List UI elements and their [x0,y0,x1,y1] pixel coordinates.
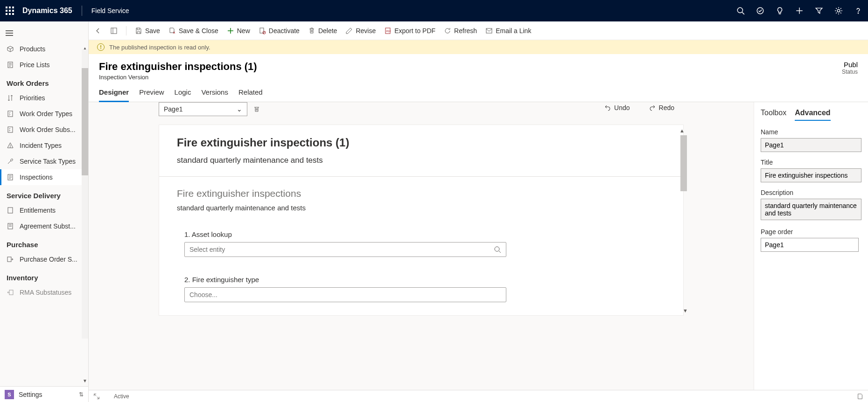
card-description: standard quarterly maintenance and tests [177,156,665,165]
updown-icon[interactable]: ⇅ [79,391,84,398]
tab-preview[interactable]: Preview [139,88,164,102]
sidebar-item-wo-types[interactable]: Work Order Types [0,106,88,122]
plus-icon[interactable] [795,7,804,15]
hamburger-icon[interactable] [0,21,88,41]
topbar-actions [736,7,862,15]
svg-rect-30 [260,28,264,33]
doc-icon [7,61,14,69]
extinguisher-type-input[interactable] [184,287,506,302]
scroll-down-caret[interactable]: ▼ [683,308,688,313]
sidebar-item-purchase-order[interactable]: Purchase Order S... [0,251,88,267]
nav-group-service-delivery: Service Delivery [0,185,88,202]
save-status-icon[interactable] [857,393,863,400]
tab-toolbox[interactable]: Toolbox [761,109,786,121]
search-icon[interactable] [736,7,745,15]
tab-advanced[interactable]: Advanced [795,109,830,121]
status-bar: Active [89,390,868,402]
delete-page-button[interactable] [253,105,260,113]
new-button[interactable]: New [227,27,250,35]
page-order-input[interactable] [761,238,859,252]
title-input[interactable] [761,168,861,182]
sidebar-item-wo-subs[interactable]: Work Order Subs... [0,122,88,138]
page-selector[interactable]: Page1⌄ [159,102,247,116]
sidebar-item-agreement-subst[interactable]: Agreement Subst... [0,218,88,234]
name-input[interactable] [761,138,861,152]
delete-button[interactable]: Delete [308,27,337,35]
export-pdf-button[interactable]: PDFExport to PDF [384,27,435,35]
pdf-icon: PDF [384,27,392,35]
svg-rect-26 [111,28,117,34]
back-icon [94,27,102,35]
description-input[interactable]: standard quarterly maintenance and tests [761,199,861,220]
sidebar-item-entitlements[interactable]: Entitlements [0,202,88,218]
svg-point-36 [495,247,499,251]
svg-point-15 [10,147,11,147]
sidebar-footer[interactable]: S Settings ⇅ [0,386,88,402]
save-close-button[interactable]: Save & Close [168,27,218,35]
save-button[interactable]: Save [135,27,160,35]
cmd-label: Delete [318,27,337,35]
cmd-label: New [237,27,250,35]
gear-icon[interactable] [834,7,843,15]
app-launcher-icon[interactable] [6,7,14,15]
divider [82,6,82,16]
cmd-label: Export to PDF [394,27,435,35]
task-icon[interactable] [756,7,764,15]
cmd-label: Deactivate [269,27,300,35]
notice-text: The published inspection is read only. [109,44,210,51]
sidebar-item-priorities[interactable]: Priorities [0,90,88,106]
undo-button[interactable]: Undo [604,104,630,111]
brand-label: Dynamics 365 [22,7,72,15]
asset-lookup-field[interactable] [189,246,494,253]
tab-bar: Designer Preview Logic Versions Related [89,81,868,102]
asset-lookup-input[interactable] [184,242,506,257]
extinguisher-type-field[interactable] [189,291,501,298]
status-value: Publ [842,61,858,69]
tab-designer[interactable]: Designer [99,88,129,102]
settings-label: Settings [19,391,42,398]
help-icon[interactable] [854,7,862,15]
svg-rect-24 [7,257,11,262]
sidebar-item-products[interactable]: Products [0,41,88,57]
svg-text:PDF: PDF [386,30,391,33]
nav-group-inventory: Inventory [0,267,88,284]
question-2-label: 2. Fire extinguisher type [184,276,665,284]
revise-button[interactable]: Revise [345,27,376,35]
sidebar-item-label: Purchase Order S... [20,256,77,263]
refresh-button[interactable]: Refresh [444,27,477,35]
doc-icon [7,222,14,230]
warn-icon [7,142,14,149]
arrows-icon [7,94,14,102]
deactivate-button[interactable]: Deactivate [259,27,300,35]
sidebar-item-price-lists[interactable]: Price Lists [0,57,88,73]
sidebar-item-inspections[interactable]: Inspections [0,169,88,185]
chevron-down-icon: ⌄ [237,105,242,113]
panel-button[interactable] [110,27,118,35]
back-button[interactable] [94,27,102,35]
email-link-button[interactable]: Email a Link [485,27,531,35]
status-label: Status [842,69,858,75]
tab-logic[interactable]: Logic [175,88,191,102]
plus-icon [227,27,234,35]
sidebar-item-label: Entitlements [20,207,56,214]
sidebar-item-service-task-types[interactable]: Service Task Types [0,153,88,169]
sidebar-item-rma-substatuses[interactable]: RMA Substatuses [0,284,88,300]
filter-icon[interactable] [815,7,823,15]
svg-line-37 [499,251,501,253]
section-description: standard quarterly maintenance and tests [177,204,665,212]
save-icon [135,27,142,35]
lightbulb-icon[interactable] [776,7,784,15]
svg-rect-12 [8,111,13,117]
card-scrollbar[interactable]: ▲ [679,128,688,191]
clipboard-icon [7,110,14,118]
sidebar-item-label: Products [20,45,45,53]
tab-related[interactable]: Related [238,88,263,102]
scroll-down-caret[interactable]: ▼ [83,378,87,383]
sidebar-scrollbar[interactable] [82,49,88,339]
sidebar: ▲ Products Price Lists Work Orders Prior… [0,21,89,402]
sidebar-item-incident-types[interactable]: Incident Types [0,138,88,153]
expand-icon[interactable] [93,393,100,400]
question-1-label: 1. Asset lookup [184,230,665,238]
redo-button[interactable]: Redo [649,104,674,111]
tab-versions[interactable]: Versions [201,88,228,102]
